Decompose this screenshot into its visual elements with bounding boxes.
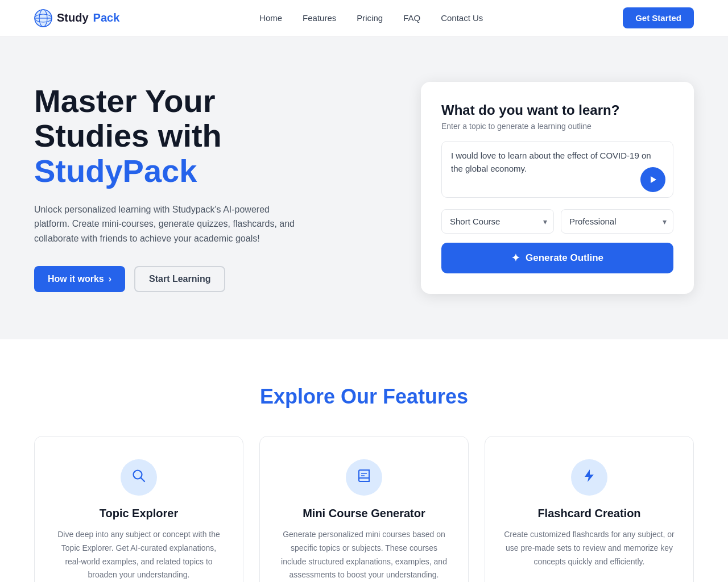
hero-right: What do you want to learn? Enter a topic… — [421, 82, 694, 294]
course-type-wrapper: Short Course Long Course Deep Dive — [441, 209, 554, 234]
level-select[interactable]: Beginner Intermediate Professional Exper… — [561, 209, 673, 234]
features-title: Explore Our Features — [34, 385, 694, 409]
flashcard-title: Flashcard Creation — [503, 507, 675, 520]
hero-section: Master Your Studies with StudyPack Unloc… — [0, 36, 728, 339]
learn-card-title: What do you want to learn? — [441, 102, 673, 118]
sparkle-icon: ✦ — [511, 252, 520, 264]
flashcard-desc: Create customized flashcards for any sub… — [503, 528, 675, 568]
nav-faq[interactable]: FAQ — [403, 13, 420, 23]
play-icon — [648, 174, 658, 185]
topic-explorer-title: Topic Explorer — [53, 507, 225, 520]
start-learning-button[interactable]: Start Learning — [134, 266, 225, 292]
navbar: StudyPack Home Features Pricing FAQ Cont… — [0, 0, 728, 36]
logo-study-text: Study — [57, 11, 89, 24]
hero-left: Master Your Studies with StudyPack Unloc… — [34, 84, 330, 293]
nav-links: Home Features Pricing FAQ Contact Us — [259, 13, 483, 23]
learn-textarea[interactable] — [441, 141, 673, 198]
hero-title-line2: Studies with — [34, 118, 222, 153]
logo-pack-text: Pack — [93, 11, 120, 24]
learn-card-subtitle: Enter a topic to generate a learning out… — [441, 122, 673, 131]
learn-card: What do you want to learn? Enter a topic… — [421, 82, 694, 294]
feature-card-mini-course: Mini Course Generator Generate personali… — [259, 436, 469, 582]
flash-icon — [581, 468, 597, 488]
generate-outline-button[interactable]: ✦ Generate Outline — [441, 243, 673, 273]
search-icon — [131, 468, 147, 488]
logo[interactable]: StudyPack — [34, 9, 119, 27]
nav-home[interactable]: Home — [259, 13, 282, 23]
how-it-works-label: How it works — [48, 274, 104, 284]
svg-marker-4 — [651, 176, 656, 183]
hero-buttons: How it works › Start Learning — [34, 266, 330, 292]
level-wrapper: Beginner Intermediate Professional Exper… — [561, 209, 673, 234]
chevron-right-icon: › — [109, 274, 111, 284]
features-grid: Topic Explorer Dive deep into any subjec… — [34, 436, 694, 582]
play-button[interactable] — [640, 167, 665, 192]
nav-features[interactable]: Features — [303, 13, 336, 23]
nav-pricing[interactable]: Pricing — [357, 13, 383, 23]
selects-row: Short Course Long Course Deep Dive Begin… — [441, 209, 673, 234]
mini-course-desc: Generate personalized mini courses based… — [278, 528, 450, 582]
generate-label: Generate Outline — [526, 252, 603, 264]
get-started-button[interactable]: Get Started — [623, 7, 694, 28]
feature-card-topic-explorer: Topic Explorer Dive deep into any subjec… — [34, 436, 243, 582]
nav-contact[interactable]: Contact Us — [441, 13, 483, 23]
features-section: Explore Our Features Topic Explorer Dive… — [0, 339, 728, 582]
svg-marker-9 — [585, 469, 594, 482]
flashcard-icon-wrap — [571, 459, 607, 496]
topic-explorer-desc: Dive deep into any subject or concept wi… — [53, 528, 225, 582]
course-type-select[interactable]: Short Course Long Course Deep Dive — [441, 209, 554, 234]
svg-line-6 — [141, 477, 145, 481]
feature-card-flashcard: Flashcard Creation Create customized fla… — [485, 436, 694, 582]
hero-description: Unlock personalized learning with Studyp… — [34, 202, 307, 246]
mini-course-title: Mini Course Generator — [278, 507, 450, 520]
book-icon — [356, 468, 372, 488]
logo-icon — [34, 9, 52, 27]
topic-explorer-icon-wrap — [121, 459, 157, 496]
textarea-wrapper — [441, 141, 673, 200]
hero-title: Master Your Studies with StudyPack — [34, 84, 330, 189]
hero-title-blue: StudyPack — [34, 153, 197, 189]
hero-title-line1: Master Your — [34, 83, 215, 119]
mini-course-icon-wrap — [346, 459, 382, 496]
how-it-works-button[interactable]: How it works › — [34, 266, 125, 292]
